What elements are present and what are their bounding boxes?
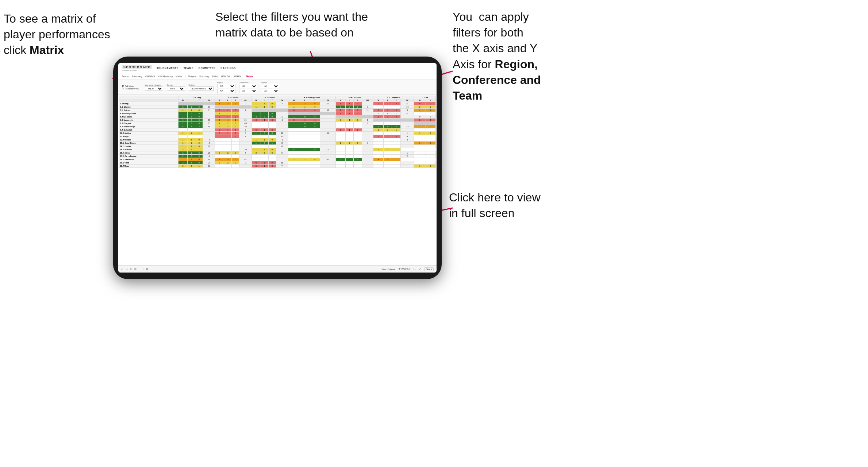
matrix-cell xyxy=(288,145,300,148)
filter-conference-y-select[interactable]: (All) xyxy=(239,89,257,93)
filter-players-y-select[interactable]: (All) xyxy=(261,89,279,93)
matrix-cell: 2 xyxy=(203,109,215,112)
matrix-cell: 1 xyxy=(178,142,188,145)
subnav-matrix[interactable]: Matrix xyxy=(176,75,182,78)
matrix-cell xyxy=(224,165,232,168)
subnav-summary[interactable]: Summary xyxy=(132,75,142,78)
subnav-players-matrix[interactable]: Matrix xyxy=(246,75,253,78)
matrix-cell: 13 xyxy=(276,161,288,165)
subnav-players[interactable]: Players xyxy=(188,75,196,78)
matrix-cell xyxy=(320,142,336,145)
matrix-cell xyxy=(373,155,384,158)
nav-tournaments[interactable]: TOURNAMENTS xyxy=(157,67,178,69)
subnav-players-summary[interactable]: Summary xyxy=(199,75,210,78)
matrix-cell: 3 xyxy=(188,158,195,161)
subnav-players-h2h[interactable]: H2H H... xyxy=(234,75,243,78)
sub-nav: Teams Summary H2H Grid H2H Heatmap Matri… xyxy=(118,73,437,80)
matrix-cell: 2 xyxy=(224,151,232,155)
filter-players-x-select[interactable]: (All) xyxy=(261,84,279,88)
matrix-cell: 1 xyxy=(195,165,203,168)
matrix-cell xyxy=(239,155,251,158)
matrix-cell xyxy=(392,151,400,155)
table-row: 18. C Sherwood1300130-11220-1010145 xyxy=(119,158,436,161)
matrix-cell: 1 xyxy=(288,122,300,125)
filter-conference-x-select[interactable]: (All) xyxy=(239,84,257,88)
diagonal-cell xyxy=(336,115,373,119)
subnav-players-h2h-grid[interactable]: H2H Grid xyxy=(221,75,231,78)
undo-icon[interactable]: ↩ xyxy=(121,268,123,271)
player-name-cell: 4. M Thorbjornsen xyxy=(119,112,178,115)
matrix-cell: 0 xyxy=(232,115,239,119)
matrix-cell: 0 xyxy=(261,115,268,119)
matrix-cell: 9 xyxy=(239,128,251,132)
matrix-cell: 1 xyxy=(384,115,392,119)
plus-icon[interactable]: + xyxy=(142,268,144,270)
col-header-6: 6. C Lamprecht xyxy=(373,96,414,99)
filter-region: Region N/A N/A xyxy=(217,81,235,93)
filter-max-players-select[interactable]: Top 25 xyxy=(145,86,163,91)
filter-gender-select[interactable]: Men's xyxy=(167,86,185,91)
compact-view-option[interactable]: Compact View xyxy=(122,88,139,90)
matrix-cell: 1 xyxy=(336,105,346,109)
compact-view-radio[interactable] xyxy=(122,88,124,89)
nav-rankings[interactable]: RANKINGS xyxy=(220,67,235,69)
matrix-cell: 0 xyxy=(203,158,215,161)
matrix-cell xyxy=(320,105,336,109)
grid-icon[interactable]: ⊞ xyxy=(134,268,137,271)
matrix-cell xyxy=(400,161,414,165)
matrix-cell: 1 xyxy=(232,119,239,122)
matrix-cell: 0 xyxy=(195,142,203,145)
filter-division-select[interactable]: NCAA Division I xyxy=(189,86,214,91)
matrix-cell: -2 xyxy=(276,102,288,105)
matrix-cell xyxy=(336,165,346,168)
watch-icon[interactable]: 👁 Watch ▾ xyxy=(398,268,411,271)
matrix-cell xyxy=(300,165,310,168)
subnav-h2h-heatmap[interactable]: H2H Heatmap xyxy=(158,75,173,78)
table-row: 2. L Clanton210-16110110100-1-2422 xyxy=(119,105,436,109)
matrix-cell xyxy=(288,142,300,145)
diagonal-cell xyxy=(373,119,414,122)
matrix-cell xyxy=(354,135,362,138)
matrix-cell: 1 xyxy=(345,112,353,115)
matrix-cell: -16 xyxy=(239,125,251,128)
matrix-cell xyxy=(414,138,426,142)
subnav-h2h-grid[interactable]: H2H Grid xyxy=(145,75,155,78)
subnav-teams[interactable]: Teams xyxy=(122,75,129,78)
full-view-radio[interactable] xyxy=(122,85,124,87)
nav-teams[interactable]: TEAMS xyxy=(184,67,193,69)
settings-icon[interactable]: ⚙ xyxy=(146,268,148,271)
matrix-cell xyxy=(288,151,300,155)
matrix-cell: 0 xyxy=(336,109,346,112)
matrix-cell: 1 xyxy=(215,112,224,115)
fullscreen-icon[interactable]: ⛶ xyxy=(414,268,416,270)
view-options: Full View Compact View xyxy=(122,85,139,90)
filter-region-x-select[interactable]: N/A xyxy=(217,84,235,88)
matrix-cell: 0 xyxy=(232,128,239,132)
redo-icon[interactable]: ↪ xyxy=(126,268,128,271)
expand-icon[interactable]: ⤢ xyxy=(419,268,421,271)
matrix-cell: 2 xyxy=(345,142,353,145)
matrix-cell: 1 xyxy=(188,132,195,135)
share-button[interactable]: Share xyxy=(424,267,434,271)
matrix-cell xyxy=(320,145,336,148)
nav-committee[interactable]: COMMITTEE xyxy=(199,67,216,69)
sh-7-w: W xyxy=(414,99,426,102)
matrix-cell xyxy=(276,155,288,158)
filter-region-y-select[interactable]: N/A xyxy=(217,89,235,93)
diagonal-cell xyxy=(288,112,336,115)
matrix-cell: -19 xyxy=(239,148,251,151)
minus-icon[interactable]: − xyxy=(139,268,140,270)
scoreboard-logo: SCOREBOARD Powered by clippd xyxy=(122,65,152,72)
matrix-cell xyxy=(354,155,362,158)
app-header: SCOREBOARD Powered by clippd TOURNAMENTS… xyxy=(118,63,437,73)
matrix-cell: 2 xyxy=(373,148,384,151)
matrix-cell xyxy=(426,161,435,165)
matrix-cell xyxy=(310,161,320,165)
subnav-players-detail[interactable]: Detail xyxy=(212,75,218,78)
matrix-cell xyxy=(215,138,224,142)
matrix-cell: 1 xyxy=(178,112,188,115)
refresh-icon[interactable]: ⟳ xyxy=(130,268,132,271)
matrix-cell: 0 xyxy=(392,135,400,138)
full-view-option[interactable]: Full View xyxy=(122,85,139,87)
matrix-cell: 1 xyxy=(426,132,435,135)
